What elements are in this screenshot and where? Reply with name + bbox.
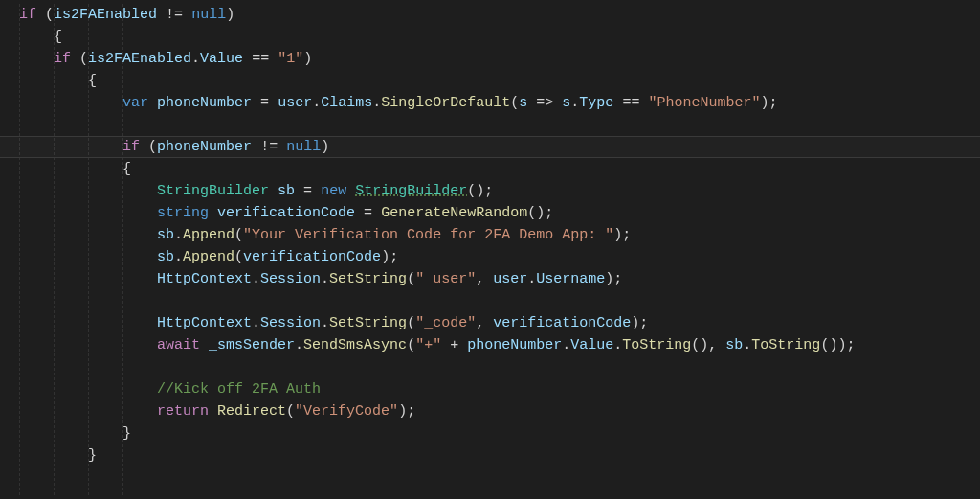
property: Claims [321, 95, 372, 111]
assign: = [303, 183, 312, 199]
paren: ( [79, 51, 88, 67]
identifier: is2FAEnabled [54, 7, 157, 23]
identifier: verificationCode [493, 315, 631, 331]
operator: == [252, 51, 269, 67]
code-line[interactable]: if (is2FAEnabled.Value == "1") [19, 48, 980, 70]
code-line[interactable]: { [19, 26, 980, 48]
method: Redirect [217, 403, 286, 420]
operator: + [450, 337, 458, 353]
brace: } [88, 447, 97, 464]
code-line[interactable]: StringBuilder sb = new StringBuilder(); [19, 180, 980, 202]
method: SendSmsAsync [303, 337, 407, 353]
paren: ) [321, 139, 329, 155]
brace: } [122, 425, 131, 442]
return-keyword: return [157, 403, 209, 420]
paren: (); [467, 183, 493, 199]
code-line[interactable]: { [19, 70, 980, 92]
identifier: sb [157, 249, 174, 265]
property: Type [579, 95, 613, 111]
operator: != [166, 7, 183, 23]
if-keyword: if [122, 139, 140, 155]
string-keyword: string [157, 205, 209, 221]
code-line-active[interactable]: if (phoneNumber != null) [0, 136, 980, 158]
identifier: sb [278, 183, 295, 199]
method: Append [183, 227, 234, 243]
paren: ); [605, 271, 622, 287]
paren: ( [510, 95, 519, 111]
string-literal: "VerifyCode" [295, 403, 398, 420]
paren: ) [303, 51, 312, 67]
brace: { [122, 161, 131, 177]
string-literal: "_user" [415, 271, 476, 287]
code-line-blank[interactable] [19, 356, 980, 378]
code-line[interactable]: await _smsSender.SendSmsAsync("+" + phon… [19, 334, 980, 356]
type: StringBuilder [355, 183, 467, 199]
code-line[interactable]: } [19, 444, 980, 466]
null-keyword: null [286, 139, 321, 155]
string-literal: "_code" [415, 315, 476, 331]
property: Username [536, 271, 605, 287]
type: StringBuilder [157, 183, 269, 199]
method: SingleOrDefault [381, 95, 510, 111]
method: GenerateNewRandom [381, 205, 527, 221]
code-line-blank[interactable] [19, 290, 980, 312]
method: Append [183, 249, 234, 265]
identifier: sb [157, 227, 174, 243]
property: Session [260, 271, 321, 287]
lambda-param: s [519, 95, 527, 111]
null-keyword: null [191, 7, 226, 23]
code-line[interactable]: { [19, 158, 980, 180]
operator: != [260, 139, 278, 155]
paren: ( [45, 7, 54, 23]
dot: . [191, 51, 200, 67]
identifier: phoneNumber [157, 139, 252, 155]
if-keyword: if [54, 51, 71, 67]
arrow: => [536, 95, 553, 111]
identifier: _smsSender [209, 337, 295, 353]
code-line-blank[interactable] [19, 114, 980, 136]
property: Value [200, 51, 243, 67]
paren: ); [760, 95, 777, 111]
paren: ( [148, 139, 157, 155]
string-literal: "1" [278, 51, 303, 67]
code-line[interactable]: //Kick off 2FA Auth [19, 378, 980, 400]
identifier: user [493, 271, 527, 287]
code-line[interactable]: string verificationCode = GenerateNewRan… [19, 202, 980, 224]
code-line[interactable]: sb.Append("Your Verification Code for 2F… [19, 224, 980, 246]
identifier: HttpContext [157, 315, 252, 331]
identifier: sb [725, 337, 743, 353]
assign: = [364, 205, 372, 221]
identifier: s [562, 95, 570, 111]
paren: ()); [820, 337, 855, 353]
paren: (); [527, 205, 553, 221]
code-line[interactable]: if (is2FAEnabled != null) [19, 4, 980, 26]
if-keyword: if [19, 7, 36, 23]
operator: == [622, 95, 639, 111]
property: Session [260, 315, 321, 331]
brace: { [88, 73, 97, 89]
code-line[interactable]: var phoneNumber = user.Claims.SingleOrDe… [19, 92, 980, 114]
paren: ); [398, 403, 415, 420]
identifier: verificationCode [243, 249, 381, 265]
code-line[interactable]: return Redirect("VerifyCode"); [19, 400, 980, 422]
paren: ); [381, 249, 398, 265]
string-literal: "+" [415, 337, 441, 353]
identifier: phoneNumber [467, 337, 562, 353]
code-line[interactable]: } [19, 422, 980, 444]
identifier: is2FAEnabled [88, 51, 191, 67]
paren: () [691, 337, 708, 353]
code-line[interactable]: HttpContext.Session.SetString("_code", v… [19, 312, 980, 334]
var-keyword: var [122, 95, 148, 111]
identifier: phoneNumber [157, 95, 252, 111]
identifier: HttpContext [157, 271, 252, 287]
new-keyword: new [321, 183, 346, 199]
property: Value [570, 337, 613, 353]
method: SetString [329, 315, 407, 331]
brace: { [54, 29, 62, 45]
assign: = [260, 95, 269, 111]
string-literal: "Your Verification Code for 2FA Demo App… [243, 227, 613, 243]
method: SetString [329, 271, 407, 287]
code-line[interactable]: HttpContext.Session.SetString("_user", u… [19, 268, 980, 290]
code-line[interactable]: sb.Append(verificationCode); [19, 246, 980, 268]
await-keyword: await [157, 337, 200, 353]
